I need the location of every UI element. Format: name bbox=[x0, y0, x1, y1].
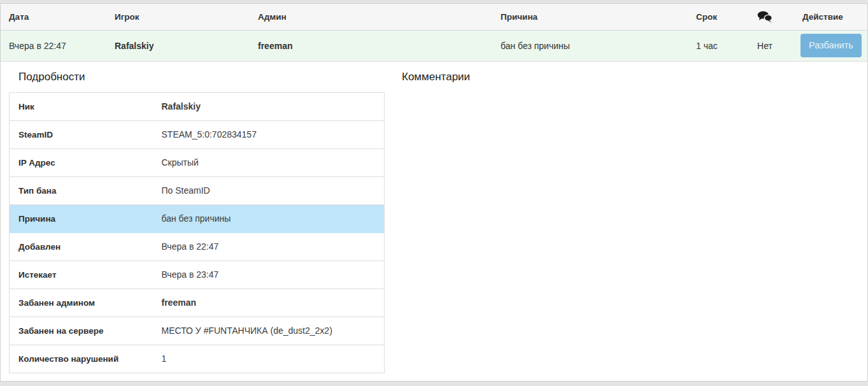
detail-row-reason: Причина бан без причины bbox=[10, 204, 385, 232]
detail-value: бан без причины bbox=[161, 204, 385, 232]
detail-label: Количество нарушений bbox=[10, 345, 161, 373]
detail-row-ban-type: Тип бана По SteamID bbox=[10, 176, 385, 204]
column-header-admin: Админ bbox=[250, 4, 492, 30]
detail-value: 1 bbox=[161, 345, 385, 373]
detail-value: Скрытый bbox=[161, 148, 385, 176]
detail-value: STEAM_5:0:702834157 bbox=[161, 120, 385, 148]
detail-label: Истекает bbox=[10, 261, 161, 289]
ban-date-cell: Вчера в 22:47 bbox=[1, 30, 106, 61]
ban-player-cell: Rafalskiy bbox=[106, 30, 250, 61]
column-header-action: Действие bbox=[791, 4, 867, 30]
detail-value: МЕСТО У #FUNТАНЧИКА (de_dust2_2x2) bbox=[161, 317, 385, 345]
detail-row-banned-by: Забанен админом freeman bbox=[10, 289, 385, 317]
detail-label: Забанен админом bbox=[10, 289, 161, 317]
detail-label: Причина bbox=[10, 204, 161, 232]
column-header-player: Игрок bbox=[106, 4, 250, 30]
detail-row-server: Забанен на сервере МЕСТО У #FUNТАНЧИКА (… bbox=[10, 317, 385, 345]
detail-value: Вчера в 23:47 bbox=[161, 261, 385, 289]
detail-row-added: Добавлен Вчера в 22:47 bbox=[10, 232, 385, 261]
expanded-ban-details: Подробности Ник Rafalskiy SteamID STEAM_… bbox=[1, 62, 867, 373]
detail-row-violations: Количество нарушений 1 bbox=[10, 345, 385, 373]
details-table: Ник Rafalskiy SteamID STEAM_5:0:70283415… bbox=[9, 92, 385, 373]
detail-value: По SteamID bbox=[161, 176, 385, 204]
ban-reason-cell: бан без причины bbox=[492, 30, 688, 61]
ban-admin-cell: freeman bbox=[250, 30, 492, 61]
column-header-duration: Срок bbox=[688, 4, 739, 30]
ban-row[interactable]: Вчера в 22:47 Rafalskiy freeman бан без … bbox=[1, 30, 867, 61]
detail-label: Забанен на сервере bbox=[10, 317, 161, 345]
unban-button[interactable]: Разбанить bbox=[800, 34, 862, 57]
detail-value: Rafalskiy bbox=[161, 92, 385, 120]
comments-section: Комментарии bbox=[402, 71, 867, 92]
detail-value: freeman bbox=[161, 289, 385, 317]
details-title: Подробности bbox=[18, 71, 385, 83]
detail-row-ip: IP Адрес Скрытый bbox=[10, 148, 385, 176]
ban-comments-count-cell: Нет bbox=[739, 30, 791, 61]
ban-table-header-row: Дата Игрок Админ Причина Срок Действие bbox=[1, 4, 867, 30]
comments-title: Комментарии bbox=[402, 71, 867, 83]
column-header-date: Дата bbox=[1, 4, 106, 30]
comments-icon bbox=[757, 11, 772, 23]
detail-label: Добавлен bbox=[10, 232, 161, 261]
details-section: Подробности Ник Rafalskiy SteamID STEAM_… bbox=[9, 71, 385, 373]
ban-action-cell: Разбанить bbox=[791, 30, 867, 61]
detail-row-steamid: SteamID STEAM_5:0:702834157 bbox=[10, 120, 385, 148]
ban-duration-cell: 1 час bbox=[688, 30, 739, 61]
column-header-comments bbox=[739, 4, 791, 30]
column-header-reason: Причина bbox=[492, 4, 688, 30]
detail-label: IP Адрес bbox=[10, 148, 161, 176]
ban-list-table: Дата Игрок Админ Причина Срок Действие В… bbox=[1, 4, 867, 62]
detail-row-expires: Истекает Вчера в 23:47 bbox=[10, 261, 385, 289]
detail-label: SteamID bbox=[10, 120, 161, 148]
detail-label: Ник bbox=[10, 92, 161, 120]
ban-panel: Дата Игрок Админ Причина Срок Действие В… bbox=[0, 3, 868, 382]
detail-value: Вчера в 22:47 bbox=[161, 232, 385, 261]
detail-label: Тип бана bbox=[10, 176, 161, 204]
detail-row-nick: Ник Rafalskiy bbox=[10, 92, 385, 120]
